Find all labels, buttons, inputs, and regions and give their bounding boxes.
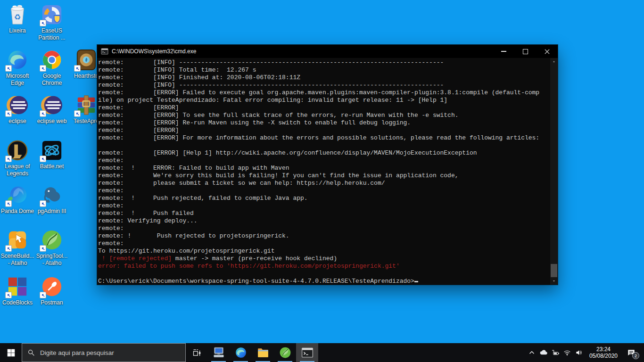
maximize-button[interactable] xyxy=(514,45,536,58)
edge-icon xyxy=(235,346,247,359)
shortcut-arrow-icon xyxy=(5,156,12,162)
shortcut-arrow-icon xyxy=(40,110,46,117)
cmd-titlebar[interactable]: C:\WINDOWS\system32\cmd.exe xyxy=(97,45,558,58)
desktop-icon-panda-dome[interactable]: Panda Dome xyxy=(0,184,34,215)
file-explorer-icon xyxy=(257,346,269,359)
search-input[interactable]: Digite aqui para pesquisar xyxy=(22,343,186,362)
search-icon xyxy=(27,349,35,356)
console-line: remote: [ERROR] xyxy=(98,127,550,134)
volume-icon[interactable] xyxy=(573,343,585,362)
desktop-icon-league-of-legends[interactable]: League of Legends xyxy=(0,140,34,177)
console-line: remote: [INFO] Total time: 12.267 s xyxy=(98,66,550,74)
cmd-window-icon xyxy=(101,48,108,55)
close-icon xyxy=(545,49,550,54)
hearthstone-icon xyxy=(75,49,97,71)
desktop-icon-eclipse[interactable]: eclipse xyxy=(0,94,34,125)
shortcut-arrow-icon xyxy=(40,245,46,252)
desktop-icon-easeus-partition[interactable]: EaseUS Partition ... xyxy=(35,4,69,41)
recycle-bin-icon: ♻ xyxy=(7,4,28,25)
scrollbar-down-arrow[interactable] xyxy=(550,278,558,284)
desktop-icon-springtool-atalho[interactable]: SpringTool... - Atalho xyxy=(35,229,69,267)
taskbar-app-cmd[interactable] xyxy=(296,343,318,362)
desktop-icon-microsoft-edge[interactable]: Microsoft Edge xyxy=(0,49,34,87)
onedrive-cloud-icon[interactable] xyxy=(538,343,550,362)
clock-time: 23:24 xyxy=(589,346,618,353)
spring-leaf-icon xyxy=(41,229,63,251)
shortcut-arrow-icon xyxy=(40,65,46,72)
window-controls xyxy=(493,45,558,58)
desktop-icon-eclipse-web[interactable]: eclipse web xyxy=(35,94,69,125)
action-center-button[interactable]: 2 xyxy=(622,343,641,362)
desktop-icon-label: League of Legends xyxy=(0,163,34,177)
desktop-icon-codeblocks[interactable]: CodeBlocks xyxy=(0,276,34,306)
scrollbar-thumb[interactable] xyxy=(551,264,557,277)
console-line: remote: We're sorry this build is failin… xyxy=(98,172,550,180)
console-line: remote: [ERROR] [Help 1] http://cwiki.ap… xyxy=(98,149,550,157)
console-line: remote: [ERROR] For more information abo… xyxy=(98,134,550,142)
chrome-icon xyxy=(41,49,63,71)
cmd-icon xyxy=(301,346,314,359)
console-line: remote: [INFO] -------------------------… xyxy=(98,82,550,89)
console-line: ile) on project TesteAprendizado: Fatal … xyxy=(98,97,550,104)
computer-icon xyxy=(213,346,225,359)
console-line: remote: [INFO] Finished at: 2020-08-06T0… xyxy=(98,74,550,82)
desktop-icon-battle-net[interactable]: Battle.net xyxy=(35,140,69,170)
wifi-icon[interactable] xyxy=(561,343,573,362)
console-line xyxy=(98,142,550,149)
taskbar-app-spring-tool-suite[interactable] xyxy=(274,343,296,362)
console-line: remote: [ERROR] xyxy=(98,104,550,112)
taskbar-app-edge[interactable] xyxy=(230,343,252,362)
shortcut-arrow-icon xyxy=(5,65,12,72)
desktop-icon-pgadmin-iii[interactable]: pgAdmin III xyxy=(35,184,69,215)
shortcut-arrow-icon xyxy=(5,200,12,207)
spring-leaf-icon xyxy=(279,346,291,359)
search-placeholder: Digite aqui para pesquisar xyxy=(40,349,114,356)
taskbar-apps xyxy=(207,343,318,362)
chevron-up-icon[interactable] xyxy=(526,343,538,362)
shortcut-arrow-icon xyxy=(40,292,46,298)
taskbar-clock[interactable]: 23:24 05/08/2020 xyxy=(585,346,622,359)
svg-text:♻: ♻ xyxy=(14,13,21,21)
desktop-icon-google-chrome[interactable]: Google Chrome xyxy=(35,49,69,87)
pgadmin-icon xyxy=(41,184,63,206)
shortcut-arrow-icon xyxy=(40,156,46,162)
console-line: remote: ! Push rejected, failed to compi… xyxy=(98,195,550,202)
system-tray: 23:24 05/08/2020 2 xyxy=(526,343,644,362)
desktop-icon-label: Postman xyxy=(35,299,69,306)
desktop-icon-label: CodeBlocks xyxy=(0,299,34,306)
task-view-button[interactable] xyxy=(186,343,207,362)
desktop-icon-lixeira[interactable]: ♻Lixeira xyxy=(0,4,34,34)
text-cursor xyxy=(414,281,418,282)
console-line: remote: [INFO] -------------------------… xyxy=(98,59,550,66)
shortcut-arrow-icon xyxy=(40,20,46,26)
shortcut-arrow-icon xyxy=(40,200,46,207)
console-line: remote: Verifying deploy... xyxy=(98,217,550,225)
start-button[interactable] xyxy=(0,343,22,362)
minimize-button[interactable] xyxy=(493,45,514,58)
console-output[interactable]: remote: [INFO] -------------------------… xyxy=(97,58,550,285)
console-line: remote: xyxy=(98,202,550,210)
desktop-icon-scenebuild-atalho[interactable]: SceneBuild... - Atalho xyxy=(0,229,34,267)
maximize-icon xyxy=(523,49,528,54)
edge-icon xyxy=(7,49,28,71)
desktop-icon-label: Microsoft Edge xyxy=(0,73,34,87)
taskbar-app-file-explorer[interactable] xyxy=(252,343,274,362)
desktop[interactable]: ♻LixeiraEaseUS Partition ...Microsoft Ed… xyxy=(0,0,644,362)
desktop-icon-label: EaseUS Partition ... xyxy=(35,27,69,41)
close-button[interactable] xyxy=(536,45,558,58)
desktop-icon-label: pgAdmin III xyxy=(35,208,69,215)
console-line: remote: [ERROR] Re-run Maven using the -… xyxy=(98,119,550,127)
shortcut-arrow-icon xyxy=(5,110,12,117)
desktop-icon-label: Panda Dome xyxy=(0,208,34,215)
console-line: remote: please submit a ticket so we can… xyxy=(98,180,550,187)
console-scrollbar xyxy=(550,58,558,285)
desktop-icon-postman[interactable]: Postman xyxy=(35,276,69,306)
battery-icon[interactable] xyxy=(550,343,561,362)
desktop-icon-label: Google Chrome xyxy=(35,73,69,87)
scrollbar-up-arrow[interactable] xyxy=(550,58,558,65)
desktop-icon-label: SceneBuild... - Atalho xyxy=(0,253,34,267)
taskbar-app-computer[interactable] xyxy=(207,343,230,362)
panda-dome-icon xyxy=(7,184,28,206)
console-line: remote: xyxy=(98,157,550,165)
desktop-icon-label: Lixeira xyxy=(0,27,34,34)
